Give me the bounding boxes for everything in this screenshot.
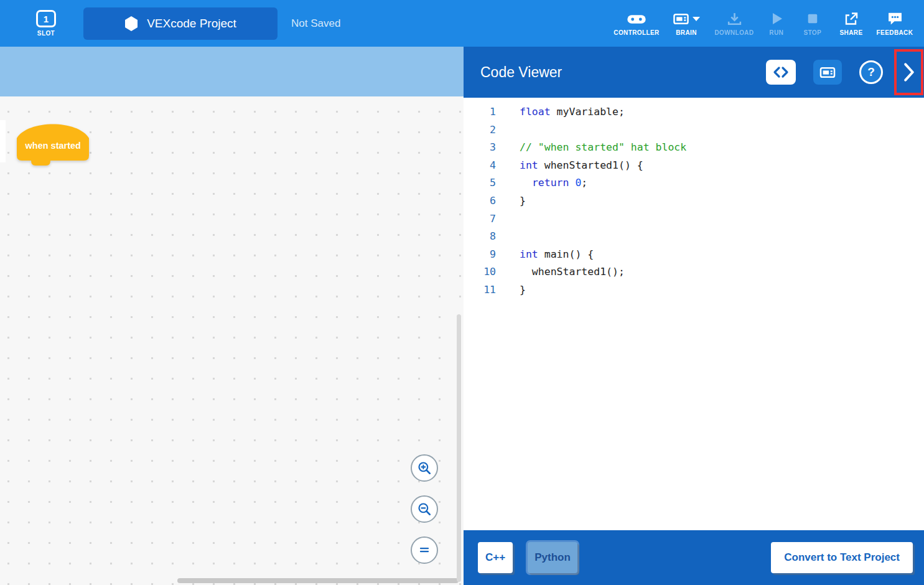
brain-preview-button[interactable] <box>813 60 842 85</box>
code-lines: 1float myVariable;23// "when started" ha… <box>464 98 924 530</box>
flyout-edge <box>0 120 6 162</box>
slot-icon: 1 <box>36 10 56 27</box>
zoom-in-button[interactable] <box>411 454 438 482</box>
download-button: DOWNLOAD <box>710 11 758 36</box>
question-mark-icon: ? <box>867 65 875 79</box>
code-line: 1float myVariable; <box>464 103 924 121</box>
controller-label: CONTROLLER <box>614 29 659 36</box>
blocks-workspace: when started <box>0 47 464 585</box>
top-toolbar: 1 SLOT VEXcode Project Not Saved CONTROL… <box>0 0 924 47</box>
convert-to-text-button[interactable]: Convert to Text Project <box>771 542 913 573</box>
brain-dropdown-caret <box>693 17 700 21</box>
code-line: 4int whenStarted1() { <box>464 157 924 175</box>
when-started-block[interactable]: when started <box>17 118 89 166</box>
code-line: 7 <box>464 210 924 228</box>
collapse-panel-highlight <box>894 49 923 95</box>
zoom-in-icon <box>417 461 432 475</box>
horizontal-scrollbar[interactable] <box>177 578 459 583</box>
download-label: DOWNLOAD <box>714 29 754 36</box>
feedback-label: FEEDBACK <box>877 29 913 36</box>
python-tab[interactable]: Python <box>528 542 577 573</box>
code-viewer-footer: C++ Python Convert to Text Project <box>464 530 924 585</box>
code-line: 10 whenStarted1(); <box>464 263 924 281</box>
download-icon <box>727 11 742 27</box>
zoom-out-icon <box>417 502 432 517</box>
code-view-button[interactable] <box>766 60 796 85</box>
share-button[interactable]: SHARE <box>831 11 872 36</box>
run-label: RUN <box>770 29 784 36</box>
feedback-icon <box>887 11 903 27</box>
vertical-scrollbar[interactable] <box>457 314 461 582</box>
code-viewer-header: Code Viewer ? <box>464 47 924 98</box>
save-status: Not Saved <box>291 17 340 30</box>
code-line: 11} <box>464 281 924 299</box>
help-button[interactable]: ? <box>859 60 883 84</box>
code-line: 2 <box>464 121 924 139</box>
code-line: 5 return 0; <box>464 174 924 192</box>
code-line: 8 <box>464 228 924 246</box>
zoom-controls <box>411 454 438 564</box>
project-name-label: VEXcode Project <box>147 17 236 30</box>
run-button: RUN <box>758 11 795 36</box>
stop-label: STOP <box>804 29 822 36</box>
code-line: 9int main() { <box>464 246 924 264</box>
controller-button[interactable]: CONTROLLER <box>610 11 663 36</box>
code-brackets-icon <box>773 66 789 78</box>
toolbox-strip <box>0 47 464 96</box>
code-line: 6} <box>464 192 924 210</box>
code-viewer-panel: Code Viewer ? <box>464 47 924 585</box>
slot-button[interactable]: 1 SLOT <box>36 10 56 37</box>
hexagon-icon <box>124 16 138 31</box>
feedback-button[interactable]: FEEDBACK <box>872 11 918 36</box>
controller-icon <box>627 11 646 27</box>
cpp-tab[interactable]: C++ <box>478 542 513 573</box>
run-icon <box>770 11 783 27</box>
stop-button: STOP <box>795 11 831 36</box>
stop-icon <box>806 11 819 27</box>
slot-label: SLOT <box>37 30 55 37</box>
collapse-panel-button[interactable] <box>903 63 915 82</box>
slot-number: 1 <box>44 14 49 24</box>
zoom-reset-button[interactable] <box>411 536 438 564</box>
code-line: 3// "when started" hat block <box>464 139 924 157</box>
chevron-right-icon <box>903 63 915 82</box>
brain-label: BRAIN <box>676 29 697 36</box>
zoom-out-button[interactable] <box>411 495 438 523</box>
project-name-button[interactable]: VEXcode Project <box>83 7 278 40</box>
share-icon <box>844 11 859 27</box>
toolbar-actions: CONTROLLER BRAIN DOWNLOAD RUN S <box>610 11 918 36</box>
when-started-label: when started <box>17 141 89 151</box>
workspace-canvas[interactable]: when started <box>0 96 464 585</box>
brain-icon <box>673 11 700 27</box>
zoom-reset-icon <box>418 543 431 557</box>
code-viewer-title: Code Viewer <box>480 64 562 81</box>
brain-screen-icon <box>819 66 836 79</box>
share-label: SHARE <box>839 29 862 36</box>
brain-button[interactable]: BRAIN <box>663 11 710 36</box>
